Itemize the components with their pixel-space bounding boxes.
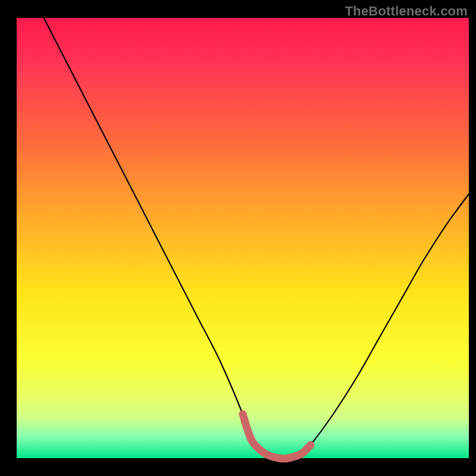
chart-frame: { "watermark": "TheBottleneck.com", "col… bbox=[0, 0, 476, 476]
bottleneck-chart bbox=[0, 0, 476, 476]
watermark-text: TheBottleneck.com bbox=[345, 4, 468, 19]
plot-area bbox=[17, 18, 469, 458]
